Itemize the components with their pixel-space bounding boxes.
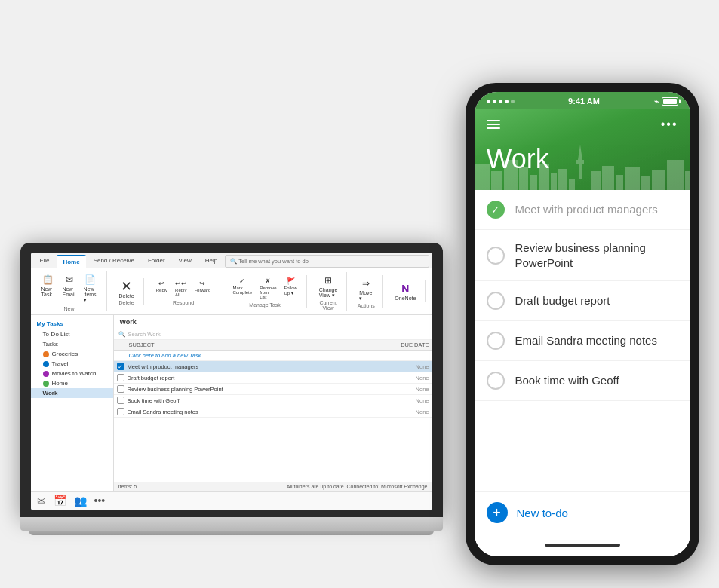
task-row-4[interactable]: Email Sandra meeting notes None <box>114 406 432 418</box>
ribbon-group-delete: ✕ Delete Delete <box>113 278 144 305</box>
laptop-foot <box>29 531 435 535</box>
ribbon-btn-newemail[interactable]: ✉ New Email <box>60 271 79 305</box>
phone-home-area <box>475 534 690 556</box>
ribbon-btn-forward[interactable]: ↪ Forward <box>191 277 214 299</box>
ribbon-btn-move[interactable]: ⇒ Move ▾ <box>356 275 376 303</box>
phone-task-item-3[interactable]: Email Sandra meeting notes <box>475 321 690 361</box>
signal-dot-2 <box>493 100 496 103</box>
task-row-0[interactable]: ✓ Meet with product managers None <box>114 361 432 372</box>
task-name-1: Draft budget report <box>128 375 392 381</box>
new-todo-label: New to-do <box>517 507 568 519</box>
phone-task-check-2[interactable] <box>487 292 505 310</box>
laptop-base <box>20 517 443 531</box>
task-checkbox-0[interactable]: ✓ <box>117 363 124 370</box>
task-due-2: None <box>392 386 429 393</box>
ribbon-btn-removefromlist[interactable]: ✗ Remove from List <box>257 275 279 301</box>
movies-dot <box>43 371 49 377</box>
sidebar-item-travel[interactable]: Travel <box>31 359 113 369</box>
ribbon-group-managetask: ✓ Mark Complete ✗ Remove from List 🚩 <box>226 275 306 308</box>
phone-task-label-3: Email Sandra meeting notes <box>515 333 657 348</box>
sidebar-item-todolist[interactable]: To-Do List <box>31 329 113 339</box>
more-options-button[interactable]: ••• <box>661 118 678 131</box>
ribbon-btn-replyall[interactable]: ↩↩ Reply All <box>172 277 189 299</box>
phone-task-check-1[interactable] <box>487 247 505 265</box>
connection-status: All folders are up to date. Connected to… <box>287 484 428 489</box>
bottom-people-icon[interactable]: 👥 <box>74 495 87 507</box>
bottom-more-icon[interactable]: ••• <box>94 495 106 507</box>
task-name-3: Book time with Geoff <box>128 397 392 404</box>
bottom-mail-icon[interactable]: ✉ <box>37 495 46 507</box>
ribbon-btn-onenote[interactable]: N OneNote <box>392 280 419 302</box>
ribbon-group-actions: ⇒ Move ▾ Actions <box>353 275 383 308</box>
ribbon-tab-view[interactable]: View <box>173 255 198 268</box>
ribbon-group-new: 📋 New Task ✉ New Email 📄 <box>35 271 107 311</box>
task-row-1[interactable]: Draft budget report None <box>114 372 432 384</box>
items-count: Items: 5 <box>118 484 137 489</box>
sidebar-item-home[interactable]: Home <box>31 378 113 388</box>
laptop: File Home Send / Receive Folder View Hel… <box>20 243 443 535</box>
battery-fill <box>663 99 677 104</box>
task-name-0: Meet with product managers <box>128 363 392 370</box>
sidebar-section-title[interactable]: My Tasks <box>31 318 113 329</box>
tell-me-bar[interactable]: 🔍 Tell me what you want to do <box>225 255 429 268</box>
ribbon-tab-home[interactable]: Home <box>57 255 85 268</box>
sidebar-item-tasks[interactable]: Tasks <box>31 339 113 349</box>
ribbon: File Home Send / Receive Folder View Hel… <box>31 253 432 315</box>
phone-task-item-2[interactable]: Draft budget report <box>475 281 690 321</box>
home-dot <box>43 381 49 387</box>
task-due-0: None <box>392 363 429 370</box>
phone-task-item-4[interactable]: Book time with Geoff <box>475 361 690 401</box>
ribbon-group-currentview: ⊞ Change View ▾ Current View <box>313 272 348 311</box>
phone-new-todo-button[interactable]: + New to-do <box>475 491 690 534</box>
ribbon-btn-followup[interactable]: 🚩 Follow Up ▾ <box>281 275 300 301</box>
signal-dot-3 <box>499 100 502 103</box>
phone-task-item-0[interactable]: ✓ Meet with product managers <box>475 190 690 230</box>
task-checkbox-1[interactable] <box>117 374 124 381</box>
managetask-group-label: Manage Task <box>249 302 281 308</box>
ribbon-btn-newtask[interactable]: 📋 New Task <box>38 271 58 305</box>
task-row-3[interactable]: Book time with Geoff None <box>114 395 432 406</box>
task-checkbox-2[interactable] <box>117 385 124 393</box>
task-search[interactable]: 🔍 Search Work <box>114 329 432 340</box>
sidebar-item-groceries[interactable]: Groceries <box>31 349 113 359</box>
ribbon-btn-reply[interactable]: ↩ Reply <box>153 277 171 299</box>
ribbon-btn-newitems[interactable]: 📄 New Items ▾ <box>81 271 100 305</box>
ribbon-tab-help[interactable]: Help <box>199 255 223 268</box>
ribbon-tab-file[interactable]: File <box>34 255 56 268</box>
laptop-bezel: File Home Send / Receive Folder View Hel… <box>20 243 443 517</box>
followup-icon: 🚩 <box>285 277 296 286</box>
phone-task-check-0[interactable]: ✓ <box>487 201 505 219</box>
ribbon-btn-delete[interactable]: ✕ Delete <box>116 278 137 300</box>
groceries-dot <box>43 351 49 357</box>
home-indicator[interactable] <box>545 544 620 547</box>
svg-rect-14 <box>616 175 623 190</box>
phone-status-bar: 9:41 AM ⌁ <box>475 92 690 109</box>
phone-task-label-1: Review business planning PowerPoint <box>515 240 678 270</box>
task-checkbox-3[interactable] <box>117 397 124 404</box>
delete-icon: ✕ <box>120 280 134 293</box>
ribbon-btn-markcomplete[interactable]: ✓ Mark Complete <box>229 275 255 301</box>
remove-icon: ✗ <box>263 277 273 286</box>
phone: 9:41 AM ⌁ <box>466 83 699 565</box>
hamburger-line-3 <box>487 127 500 129</box>
sidebar-item-work[interactable]: Work <box>31 388 113 398</box>
phone-task-item-1[interactable]: Review business planning PowerPoint <box>475 230 690 281</box>
task-checkbox-4[interactable] <box>117 408 124 415</box>
phone-task-check-4[interactable] <box>487 372 505 390</box>
search-icon: 🔍 <box>230 258 237 265</box>
ribbon-btn-changeview[interactable]: ⊞ Change View ▾ <box>316 272 341 300</box>
task-name-2: Review business planning PowerPoint <box>128 386 392 393</box>
hamburger-menu[interactable] <box>487 120 500 129</box>
phone-task-check-3[interactable] <box>487 332 505 350</box>
ribbon-tab-folder[interactable]: Folder <box>142 255 171 268</box>
task-row-2[interactable]: Review business planning PowerPoint None <box>114 384 432 395</box>
actions-group-label: Actions <box>358 303 375 308</box>
col-due: DUE DATE <box>392 341 429 348</box>
task-row-new[interactable]: Click here to add a new Task <box>114 351 432 361</box>
ribbon-tab-sendreceive[interactable]: Send / Receive <box>88 255 140 268</box>
col-subject: SUBJECT <box>129 341 392 348</box>
ribbon-bar: 📋 New Task ✉ New Email 📄 <box>31 268 432 314</box>
bottom-calendar-icon[interactable]: 📅 <box>54 495 66 507</box>
ribbon-group-respond: ↩ Reply ↩↩ Reply All ↪ F <box>150 277 221 305</box>
sidebar-item-movies[interactable]: Movies to Watch <box>31 369 113 378</box>
